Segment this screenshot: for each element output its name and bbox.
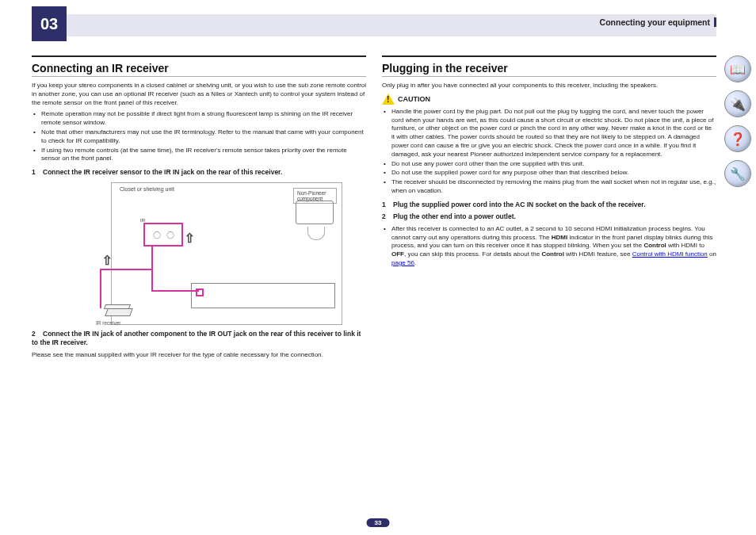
link-page-56[interactable]: page 56 — [391, 259, 414, 266]
side-icon-bar: 📖 🔌 ❓ 🔧 — [724, 55, 751, 187]
left-heading: Connecting an IR receiver — [32, 62, 366, 75]
help-icon[interactable]: ❓ — [724, 125, 751, 152]
figure-nonpioneer-box — [296, 201, 334, 224]
arrow-icon: ⇧ — [102, 253, 113, 268]
list-item: Handle the power cord by the plug part. … — [391, 108, 716, 159]
right-step-1: 1Plug the supplied power cord into the A… — [382, 201, 716, 209]
page-number-badge: 33 — [367, 518, 390, 527]
list-item: If using two remote controls (at the sam… — [41, 147, 366, 164]
left-note: Please see the manual supplied with your… — [32, 351, 366, 360]
right-bullets: Handle the power cord by the plug part. … — [382, 108, 716, 196]
divider — [32, 55, 366, 57]
right-intro: Only plug in after you have connected al… — [382, 82, 716, 90]
arrow-icon: ⇧ — [185, 231, 195, 246]
link-control-hdmi[interactable]: Control with HDMI function — [632, 250, 708, 258]
chapter-number-badge: 03 — [32, 6, 67, 41]
figure-ir-receiver-label: IR receiver — [96, 320, 120, 326]
left-step-1: 1Connect the IR receiver sensor to the I… — [32, 168, 366, 177]
book-icon[interactable]: 📖 — [724, 55, 751, 82]
figure-wire — [151, 246, 153, 290]
figure-wire — [100, 269, 151, 270]
connection-figure: Closet or shelving unit Non-Pioneer comp… — [111, 182, 342, 325]
figure-ir-receiver — [96, 302, 132, 316]
left-column: Connecting an IR receiver If you keep yo… — [32, 55, 366, 495]
divider — [382, 55, 716, 57]
divider — [382, 76, 716, 77]
list-item: Remote operation may not be possible if … — [41, 110, 366, 128]
right-note-list: After this receiver is connected to an A… — [382, 225, 716, 268]
device-icon[interactable]: 🔌 — [724, 90, 751, 117]
figure-ir-port: IR — [143, 223, 183, 246]
breadcrumb: Connecting your equipment — [600, 17, 710, 27]
list-item: After this receiver is connected to an A… — [391, 225, 716, 268]
left-bullets: Remote operation may not be possible if … — [32, 110, 366, 163]
right-step-2: 2Plug the other end into a power outlet. — [382, 212, 716, 221]
left-intro: If you keep your stereo components in a … — [32, 82, 366, 107]
figure-wire — [151, 290, 199, 292]
caution-icon — [382, 94, 395, 105]
list-item: Note that other manufacturers may not us… — [41, 128, 366, 146]
caution-label: CAUTION — [398, 95, 430, 103]
list-item: Do not use any power cord other than the… — [391, 160, 716, 169]
right-column: Plugging in the receiver Only plug in af… — [382, 55, 716, 495]
tools-icon[interactable]: 🔧 — [724, 160, 751, 187]
caution-row: CAUTION — [382, 94, 716, 105]
right-heading: Plugging in the receiver — [382, 62, 716, 75]
list-item: The receiver should be disconnected by r… — [391, 178, 716, 196]
divider — [32, 76, 366, 77]
figure-receiver-box — [191, 283, 335, 308]
left-step-2: 2Connect the IR IN jack of another compo… — [32, 330, 366, 348]
list-item: Do not use the supplied power cord for a… — [391, 169, 716, 178]
figure-closet-label: Closet or shelving unit — [120, 186, 174, 192]
